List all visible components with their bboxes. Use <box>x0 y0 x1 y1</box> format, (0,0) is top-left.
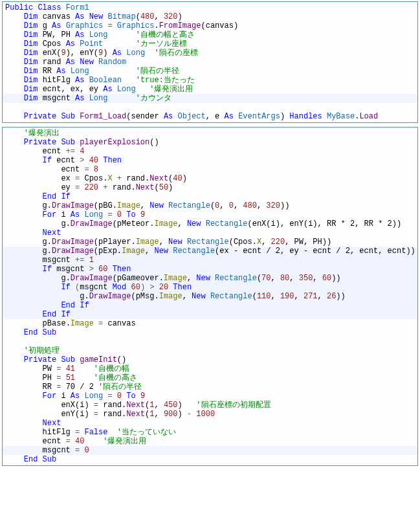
code-line: Dim Cpos As Point 'カーソル座標 <box>3 39 417 49</box>
code-line: PH = 51 '自機の高さ <box>3 373 417 382</box>
code-line: End If <box>3 301 417 310</box>
code-line: If msgcnt > 60 Then <box>3 265 417 274</box>
code-line: Dim g As Graphics = Graphics.FromImage(c… <box>3 21 417 30</box>
code-line: msgcnt += 1 <box>3 256 417 265</box>
code-line: End If <box>3 310 417 319</box>
code-line: PW = 41 '自機の幅 <box>3 364 417 373</box>
code-line: ey = 220 + rand.Next(50) <box>3 183 417 192</box>
code-line: Public Class Form1 <box>3 3 417 12</box>
code-line: pBase.Image = canvas <box>3 319 417 328</box>
code-line: Dim ecnt, ex, ey As Long '爆発演出用 <box>3 85 417 94</box>
code-line: g.DrawImage(pMeteor.Image, New Rectangle… <box>3 219 417 228</box>
code-line: '初期処理 <box>3 346 417 355</box>
code-line: ecnt = 40 '爆発演出用 <box>3 437 417 446</box>
code-line: g.DrawImage(pMsg.Image, New Rectangle(11… <box>3 292 417 301</box>
code-line: Private Sub Form1_Load(sender As Object,… <box>3 112 417 121</box>
code-line: Next <box>3 419 417 428</box>
code-block-2: '爆発演出 Private Sub playerExplosion() ecnt… <box>2 127 418 466</box>
code-block-1: Public Class Form1 Dim canvas As New Bit… <box>2 1 418 123</box>
blank-line <box>3 337 417 346</box>
code-line: Dim enX(9), enY(9) As Long '隕石の座標 <box>3 49 417 58</box>
code-line: enX(i) = rand.Next(1, 450) '隕石座標の初期配置 <box>3 401 417 410</box>
code-line: End Sub <box>3 455 417 464</box>
code-line: Dim PW, PH As Long '自機の幅と高さ <box>3 30 417 39</box>
code-line: If (msgcnt Mod 60) > 20 Then <box>3 283 417 292</box>
code-line: g.DrawImage(pPlayer.Image, New Rectangle… <box>3 238 417 247</box>
code-line: g.DrawImage(pGameover.Image, New Rectang… <box>3 274 417 283</box>
code-line: msgcnt = 0 <box>3 446 417 455</box>
code-line: Private Sub playerExplosion() <box>3 138 417 147</box>
code-line: For i As Long = 0 To 9 <box>3 392 417 401</box>
code-line: Dim canvas As New Bitmap(480, 320) <box>3 12 417 21</box>
code-line: ecnt += 4 <box>3 147 417 156</box>
code-line: Dim msgcnt As Long 'カウンタ <box>3 94 417 103</box>
code-line: For i As Long = 0 To 9 <box>3 210 417 219</box>
code-line: Dim rand As New Random <box>3 58 417 67</box>
code-line: ecnt = 8 <box>3 165 417 174</box>
code-line: End Sub <box>3 328 417 337</box>
code-line: Dim hitFlg As Boolean 'true:当たった <box>3 76 417 85</box>
code-line: g.DrawImage(pBG.Image, New Rectangle(0, … <box>3 201 417 210</box>
code-line: enY(i) = rand.Next(1, 900) - 1000 <box>3 410 417 419</box>
code-line: End If <box>3 192 417 201</box>
blank-line <box>3 103 417 112</box>
code-line: '爆発演出 <box>3 129 417 138</box>
code-line: hitFlg = False '当たっていない <box>3 428 417 437</box>
code-line: Private Sub gameInit() <box>3 355 417 364</box>
code-line: RR = 70 / 2 '隕石の半径 <box>3 382 417 392</box>
code-line: g.DrawImage(pExp.Image, New Rectangle(ex… <box>3 247 417 256</box>
code-line: Next <box>3 228 417 238</box>
code-line: If ecnt > 40 Then <box>3 156 417 165</box>
code-line: ex = Cpos.X + rand.Next(40) <box>3 174 417 183</box>
code-line: Dim RR As Long '隕石の半径 <box>3 67 417 76</box>
